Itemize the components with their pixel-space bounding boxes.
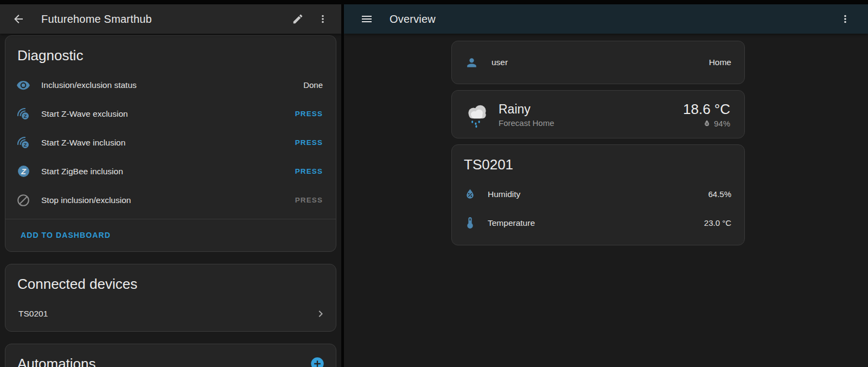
svg-text:Z: Z [24,142,27,148]
weather-card[interactable]: Rainy Forecast Home 18.6 °C 94% [451,90,745,138]
add-automation-button[interactable] [310,356,325,367]
row-start-zwave-exclusion: Z Start Z-Wave exclusion PRESS [5,99,336,128]
person-icon [465,56,478,69]
cancel-icon [16,193,30,207]
overview-content: user Home [344,34,868,245]
press-button-disabled: PRESS [295,196,323,204]
diagnostic-card-footer: ADD TO DASHBOARD [5,219,336,251]
zwave-icon: Z [16,136,30,150]
diagnostic-rows: Inclusion/exclusion status Done Z Start … [5,71,336,219]
weather-temperature: 18.6 °C [683,101,730,117]
connected-devices-card: Connected devices TS0201 [5,264,336,332]
connected-devices-title: Connected devices [5,264,336,299]
device-page-content: Diagnostic Inclusion/exclusion status Do… [0,34,341,367]
overview-panel: Overview user Home [344,4,868,367]
press-button[interactable]: PRESS [295,110,323,118]
status-value: Done [303,80,323,90]
overview-overflow-menu-button[interactable] [834,8,856,30]
water-percent-icon [463,187,477,201]
press-button[interactable]: PRESS [295,167,323,175]
press-button[interactable]: PRESS [295,138,323,147]
diagnostic-card: Diagnostic Inclusion/exclusion status Do… [5,35,336,252]
plus-circle-icon [310,356,325,367]
device-name: TS0201 [18,309,48,319]
device-list-item-ts0201[interactable]: TS0201 [5,299,336,328]
weather-values-block: 18.6 °C 94% [683,101,730,128]
chevron-right-icon [314,307,327,320]
overview-title: Overview [390,13,436,26]
device-page-panel: Futurehome Smarthub Diagnostic [0,4,341,367]
user-presence-card[interactable]: user Home [451,41,745,84]
svg-text:Z: Z [24,113,27,119]
svg-text:Z: Z [21,167,27,176]
automations-card: Automations [5,344,336,367]
water-percent-icon [703,119,711,128]
diagnostic-card-title: Diagnostic [5,36,336,71]
row-stop-inclusion-exclusion: Stop inclusion/exclusion PRESS [5,186,336,214]
row-label: Start Z-Wave inclusion [41,138,125,148]
overflow-menu-button[interactable] [312,8,334,30]
weather-condition: Rainy [499,102,554,117]
zigbee-icon: Z [16,164,30,179]
device-page-title: Futurehome Smarthub [41,13,152,26]
automations-title: Automations [5,344,336,367]
user-location-state: Home [709,58,731,67]
weather-entity-name: Forecast Home [499,118,554,128]
row-inclusion-exclusion-status: Inclusion/exclusion status Done [5,71,336,99]
pencil-icon [292,13,304,25]
row-label: Start Z-Wave exclusion [41,109,128,119]
overview-appbar: Overview [344,4,868,34]
overview-column: user Home [451,41,745,245]
device-page-appbar: Futurehome Smarthub [0,4,341,34]
row-label: Inclusion/exclusion status [41,80,137,90]
row-label: Humidity [488,189,520,199]
weather-rainy-icon [464,101,491,128]
row-label: Temperature [488,218,535,228]
edit-button[interactable] [287,8,309,30]
weather-text-block: Rainy Forecast Home [499,102,554,128]
dots-vertical-icon [839,13,851,25]
humidity-row[interactable]: Humidity 64.5% [452,180,744,208]
zwave-icon: Z [16,107,30,121]
ts0201-card-title: TS0201 [452,145,744,180]
temperature-value: 23.0 °C [704,218,731,227]
temperature-row[interactable]: Temperature 23.0 °C [452,208,744,237]
thermometer-icon [463,216,477,230]
eye-icon [16,78,30,92]
weather-humidity-row: 94% [683,119,730,128]
menu-button[interactable] [356,8,378,30]
ts0201-sensor-card: TS0201 Humidity 64.5% [451,144,745,245]
row-start-zwave-inclusion: Z Start Z-Wave inclusion PRESS [5,128,336,157]
back-button[interactable] [8,8,29,30]
arrow-left-icon [12,12,25,26]
user-name: user [492,58,508,67]
row-start-zigbee-inclusion: Z Start ZigBee inclusion PRESS [5,157,336,186]
humidity-value: 64.5% [708,189,731,199]
row-label: Stop inclusion/exclusion [41,195,131,205]
dots-vertical-icon [317,13,329,25]
row-label: Start ZigBee inclusion [41,167,123,176]
hamburger-menu-icon [360,12,373,26]
add-to-dashboard-button[interactable]: ADD TO DASHBOARD [21,231,111,239]
weather-humidity-value: 94% [714,119,730,128]
